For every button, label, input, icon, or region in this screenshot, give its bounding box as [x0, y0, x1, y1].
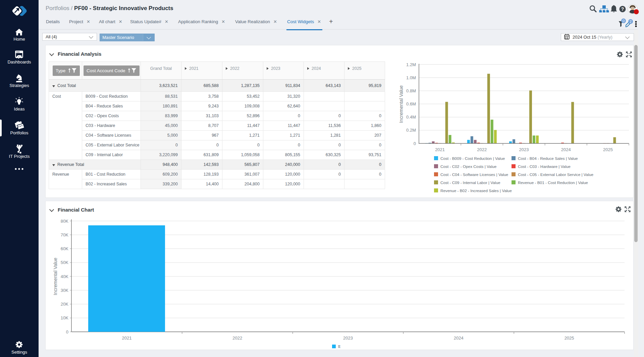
svg-text:?: ?: [621, 6, 624, 12]
svg-text:0: 0: [623, 19, 625, 23]
svg-text:2: 2: [630, 19, 632, 24]
